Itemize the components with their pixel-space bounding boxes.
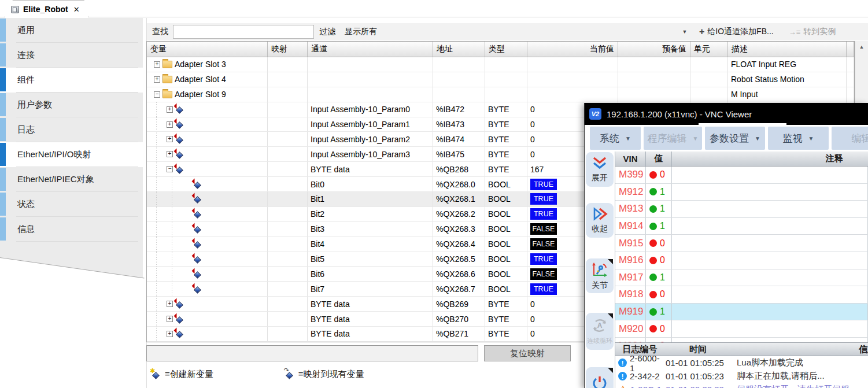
filler-cell — [847, 57, 854, 72]
sidebar-item-通用[interactable]: 通用 — [0, 18, 143, 43]
tree-expander-icon[interactable]: + — [154, 61, 160, 68]
tab-elite-robot[interactable]: Elite_Robot ✕ — [5, 1, 88, 17]
description-cell: M Input — [728, 87, 847, 102]
tree-expander-icon[interactable]: − — [167, 166, 173, 172]
monitor-row[interactable]: M9200 — [615, 320, 868, 338]
find-input[interactable] — [173, 25, 314, 39]
address-cell — [433, 72, 485, 87]
reset-mapping-button[interactable]: 复位映射 — [484, 345, 571, 361]
sidebar-item-stripe — [0, 143, 6, 166]
tree-expander-icon[interactable]: + — [167, 301, 173, 307]
tree-expander-icon[interactable]: + — [167, 151, 173, 157]
menu-监视[interactable]: 监视▼ — [768, 127, 829, 150]
table-row[interactable]: −Adapter Slot 9M Input — [147, 87, 854, 102]
scroll-up-icon[interactable]: ▲ — [855, 41, 868, 53]
sidebar-item-EtherNet/IPI/O映射[interactable]: EtherNet/IPI/O映射 — [0, 142, 143, 167]
sidebar-item-状态[interactable]: 状态 — [0, 192, 143, 217]
variable-cell: + — [147, 117, 268, 132]
monitor-row[interactable]: M9141 — [615, 218, 868, 235]
sidebar-item-stripe — [0, 118, 6, 141]
log-row[interactable]: !2-6000-101-01 01:05:25Lua脚本加载完成 — [615, 356, 868, 369]
side-button-关节[interactable]: 关节 — [586, 258, 614, 293]
mapped-variable-icon — [193, 284, 202, 294]
side-button-展开[interactable]: 展开 — [586, 152, 614, 187]
side-button-power[interactable] — [586, 367, 614, 388]
sidebar-item-用户参数[interactable]: 用户参数 — [0, 93, 143, 117]
vnc-viewer-window: V2 192.168.1.200 (x11vnc) - VNC Viewer 系… — [584, 103, 868, 388]
monitor-row[interactable]: M9131 — [615, 201, 868, 218]
menu-参数设置[interactable]: 参数设置▼ — [705, 127, 765, 150]
column-header-映射: 映射 — [268, 42, 308, 57]
monitor-row[interactable]: M9160 — [615, 252, 868, 269]
monitor-body: M3990M9121M9131M9141M9150M9160M9171M9180… — [615, 167, 868, 355]
mapping-legend: ✱ =创建新变量 ↷ =映射到现有变量 — [149, 369, 364, 380]
mapping-cell — [268, 87, 308, 102]
mapping-cell — [268, 117, 308, 132]
sidebar-item-EtherNet/IPIEC对象[interactable]: EtherNet/IPIEC对象 — [0, 167, 143, 192]
comment-cell — [672, 286, 868, 303]
table-row[interactable]: +Adapter Slot 3FLOAT Input REG — [147, 57, 854, 72]
vnc-window-title: 192.168.1.200 (x11vnc) - VNC Viewer — [607, 109, 752, 119]
side-button-label: 连续循环 — [587, 337, 612, 345]
channel-cell — [308, 57, 433, 72]
type-cell: BOOL — [485, 282, 527, 296]
menu-系统[interactable]: 系统▼ — [590, 127, 641, 150]
log-column-header-时间: 时间 — [664, 343, 732, 356]
tree-expander-icon[interactable]: + — [167, 106, 173, 113]
log-row[interactable]: 1-92C-101-01 00:22:23伺服没有打开，请先打开伺服 — [615, 383, 868, 388]
value-cell: 0 — [646, 235, 672, 252]
monitor-row[interactable]: M9180 — [615, 286, 868, 304]
channel-cell: Bit3 — [308, 222, 433, 237]
titlebar-notch — [699, 123, 786, 125]
tree-expander-icon[interactable]: + — [167, 331, 173, 337]
current-value-cell — [527, 87, 618, 102]
channel-cell: Bit5 — [308, 252, 433, 267]
monitor-row[interactable]: M3990 — [615, 167, 868, 184]
address-cell: %QB269 — [433, 297, 485, 311]
tree-expander-icon[interactable]: + — [154, 76, 160, 83]
mapping-cell — [268, 237, 308, 252]
chevron-down-icon[interactable]: ▼ — [680, 26, 689, 38]
sidebar-item-信息[interactable]: 信息 — [0, 217, 143, 242]
monitor-row[interactable]: M9121 — [615, 184, 868, 201]
mapped-variable-icon — [193, 209, 202, 219]
tree-expander-icon[interactable]: + — [167, 121, 173, 128]
address-cell: %IB472 — [433, 102, 485, 117]
sidebar-item-组件[interactable]: 组件 — [0, 68, 143, 93]
column-header-单元: 单元 — [690, 42, 728, 57]
log-row[interactable]: !2-342-201-01 01:05:23脚本正在加载,请稍后... — [615, 369, 868, 383]
channel-cell: Input Assembly-10_Param1 — [308, 117, 433, 132]
sidebar-item-连接[interactable]: 连接 — [0, 43, 143, 68]
comment-cell — [672, 167, 868, 183]
value-cell: 0 — [646, 286, 672, 303]
mapping-cell — [268, 312, 308, 326]
expand-icon — [592, 156, 608, 172]
monitor-column-header-值: 值 — [646, 151, 672, 166]
tree-expander-icon[interactable]: + — [167, 316, 173, 322]
add-fb-button[interactable]: + 给IO通道添加FB... — [694, 24, 779, 39]
variable-cell — [147, 252, 268, 267]
tree-expander-icon[interactable]: + — [167, 136, 173, 142]
variable-name: Adapter Slot 9 — [175, 90, 226, 99]
monitor-row[interactable]: M9171 — [615, 269, 868, 287]
mapped-variable-icon — [175, 150, 184, 159]
monitor-row[interactable]: M9150 — [615, 235, 868, 252]
vnc-logo-icon: V2 — [589, 108, 601, 120]
type-cell: BOOL — [485, 192, 527, 206]
side-button-连续循环: A连续循环 — [586, 313, 614, 350]
sidebar-item-stripe — [0, 193, 6, 216]
table-row[interactable]: +Adapter Slot 4Robot Status Motion — [147, 72, 854, 87]
channel-cell: Bit7 — [308, 282, 433, 296]
side-button-收起[interactable]: 收起 — [586, 203, 614, 238]
mapping-cell — [268, 57, 308, 72]
channel-cell: Input Assembly-10_Param0 — [308, 102, 433, 117]
sidebar-item-日志[interactable]: 日志 — [0, 117, 143, 142]
monitor-row[interactable]: M9191 — [615, 304, 868, 321]
tree-expander-icon[interactable]: − — [154, 91, 160, 98]
filler-cell — [847, 87, 854, 102]
filter-combobox[interactable]: 显示所有 ▼ — [342, 25, 689, 39]
tab-close-icon[interactable]: ✕ — [73, 5, 80, 14]
vnc-titlebar[interactable]: V2 192.168.1.200 (x11vnc) - VNC Viewer — [585, 103, 868, 125]
red-dot-icon — [649, 257, 657, 264]
chevron-down-icon: ▼ — [625, 135, 631, 142]
